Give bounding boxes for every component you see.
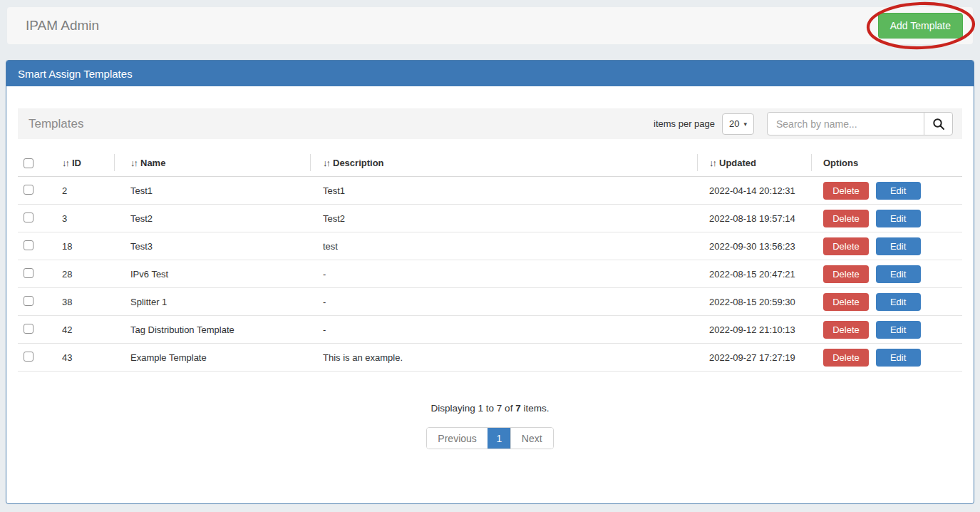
smart-assign-templates-panel: Smart Assign Templates Templates items p… xyxy=(6,60,974,504)
delete-button[interactable]: Delete xyxy=(823,182,869,200)
delete-button[interactable]: Delete xyxy=(823,210,869,227)
cell-name: Splitter 1 xyxy=(114,297,310,307)
cell-description: Test1 xyxy=(310,185,697,196)
pagination: Previous 1 Next xyxy=(426,427,553,449)
cell-updated: 2022-08-15 20:59:30 xyxy=(697,297,811,307)
sort-icon[interactable]: ↓↑ xyxy=(130,158,137,168)
header-name-label: Name xyxy=(140,158,165,168)
items-per-page-label: items per page xyxy=(654,118,715,129)
add-template-button[interactable]: Add Template xyxy=(878,13,963,39)
panel-body: Templates items per page 20 ▾ xyxy=(6,86,974,449)
cell-options: Delete Edit xyxy=(811,349,962,367)
cell-updated: 2022-09-27 17:27:19 xyxy=(697,352,811,363)
delete-button[interactable]: Delete xyxy=(823,349,869,367)
table-row: 18 Test3 test 2022-09-30 13:56:23 Delete… xyxy=(18,232,962,260)
delete-button[interactable]: Delete xyxy=(823,293,869,311)
sort-icon[interactable]: ↓↑ xyxy=(709,158,716,168)
cell-description: test xyxy=(310,241,697,252)
table-row: 28 IPv6 Test - 2022-08-15 20:47:21 Delet… xyxy=(18,260,962,288)
panel-title: Smart Assign Templates xyxy=(18,68,133,80)
edit-button[interactable]: Edit xyxy=(876,293,921,311)
cell-id: 3 xyxy=(53,213,114,224)
table-row: 42 Tag Distribution Template - 2022-09-1… xyxy=(18,316,962,344)
cell-name: Test1 xyxy=(114,185,310,196)
row-checkbox-cell xyxy=(18,240,53,252)
header-description-label: Description xyxy=(333,158,384,168)
cell-id: 38 xyxy=(53,297,114,307)
header-name[interactable]: ↓↑ Name xyxy=(114,150,310,176)
edit-button[interactable]: Edit xyxy=(876,321,921,339)
delete-button[interactable]: Delete xyxy=(823,321,869,339)
pagination-previous[interactable]: Previous xyxy=(427,428,487,449)
toolbar-controls: items per page 20 ▾ xyxy=(654,112,953,135)
cell-options: Delete Edit xyxy=(811,293,962,311)
search-input[interactable] xyxy=(767,112,924,135)
cell-updated: 2022-04-14 20:12:31 xyxy=(697,185,811,196)
page-title: IPAM Admin xyxy=(26,18,99,34)
row-checkbox[interactable] xyxy=(24,352,33,362)
cell-description: - xyxy=(310,297,697,307)
edit-button[interactable]: Edit xyxy=(876,237,921,255)
cell-updated: 2022-09-12 21:10:13 xyxy=(697,324,811,335)
edit-button[interactable]: Edit xyxy=(876,265,921,283)
items-per-page-value: 20 xyxy=(729,118,739,129)
row-checkbox-cell xyxy=(18,352,53,364)
templates-table: ↓↑ ID ↓↑ Name ↓↑ Description ↓↑ Updated … xyxy=(18,150,962,372)
page-header: IPAM Admin Add Template xyxy=(7,7,973,44)
table-header-row: ↓↑ ID ↓↑ Name ↓↑ Description ↓↑ Updated … xyxy=(18,150,962,177)
table-row: 2 Test1 Test1 2022-04-14 20:12:31 Delete… xyxy=(18,177,962,205)
header-description[interactable]: ↓↑ Description xyxy=(310,150,697,176)
cell-options: Delete Edit xyxy=(811,265,962,283)
cell-id: 43 xyxy=(53,352,114,363)
row-checkbox-cell xyxy=(18,185,53,197)
select-all-checkbox[interactable] xyxy=(24,158,33,168)
row-checkbox-cell xyxy=(18,296,53,308)
search-group xyxy=(767,112,953,135)
header-updated-label: Updated xyxy=(719,158,756,168)
panel-heading: Smart Assign Templates xyxy=(6,61,974,86)
pagination-page-1[interactable]: 1 xyxy=(488,428,510,449)
edit-button[interactable]: Edit xyxy=(876,182,921,200)
cell-options: Delete Edit xyxy=(811,321,962,339)
header-updated[interactable]: ↓↑ Updated xyxy=(697,150,811,176)
edit-button[interactable]: Edit xyxy=(876,349,921,367)
row-checkbox[interactable] xyxy=(24,185,33,195)
row-checkbox[interactable] xyxy=(24,324,33,334)
cell-name: Tag Distribution Template xyxy=(114,324,310,335)
cell-name: Test2 xyxy=(114,213,310,224)
cell-updated: 2022-09-30 13:56:23 xyxy=(697,241,811,252)
sort-icon[interactable]: ↓↑ xyxy=(323,158,329,168)
cell-name: Example Template xyxy=(114,352,310,363)
cell-id: 18 xyxy=(53,241,114,252)
edit-button[interactable]: Edit xyxy=(876,210,921,227)
cell-updated: 2022-08-18 19:57:14 xyxy=(697,213,811,224)
row-checkbox[interactable] xyxy=(24,213,33,222)
display-summary-total: 7 xyxy=(515,403,521,414)
display-summary: Displaying 1 to 7 of 7 items. xyxy=(18,403,962,414)
delete-button[interactable]: Delete xyxy=(823,265,869,283)
items-per-page-select[interactable]: 20 ▾ xyxy=(722,113,754,135)
row-checkbox-cell xyxy=(18,324,53,336)
cell-id: 28 xyxy=(53,269,114,280)
cell-id: 2 xyxy=(53,185,114,196)
delete-button[interactable]: Delete xyxy=(823,237,869,255)
cell-description: This is an example. xyxy=(310,352,697,363)
cell-name: Test3 xyxy=(114,241,310,252)
header-checkbox-cell xyxy=(18,150,53,176)
search-button[interactable] xyxy=(924,112,953,135)
cell-description: - xyxy=(310,269,697,280)
sort-icon[interactable]: ↓↑ xyxy=(62,158,68,168)
cell-name: IPv6 Test xyxy=(114,269,310,280)
row-checkbox[interactable] xyxy=(24,240,33,250)
header-id[interactable]: ↓↑ ID xyxy=(53,150,114,176)
row-checkbox[interactable] xyxy=(24,296,33,306)
header-options-label: Options xyxy=(823,158,858,168)
pagination-next[interactable]: Next xyxy=(510,428,553,449)
table-row: 38 Splitter 1 - 2022-08-15 20:59:30 Dele… xyxy=(18,288,962,316)
cell-options: Delete Edit xyxy=(811,182,962,200)
cell-options: Delete Edit xyxy=(811,237,962,255)
row-checkbox[interactable] xyxy=(24,268,33,278)
caret-down-icon: ▾ xyxy=(743,121,747,128)
cell-description: Test2 xyxy=(310,213,697,224)
header-options: Options xyxy=(811,150,962,176)
